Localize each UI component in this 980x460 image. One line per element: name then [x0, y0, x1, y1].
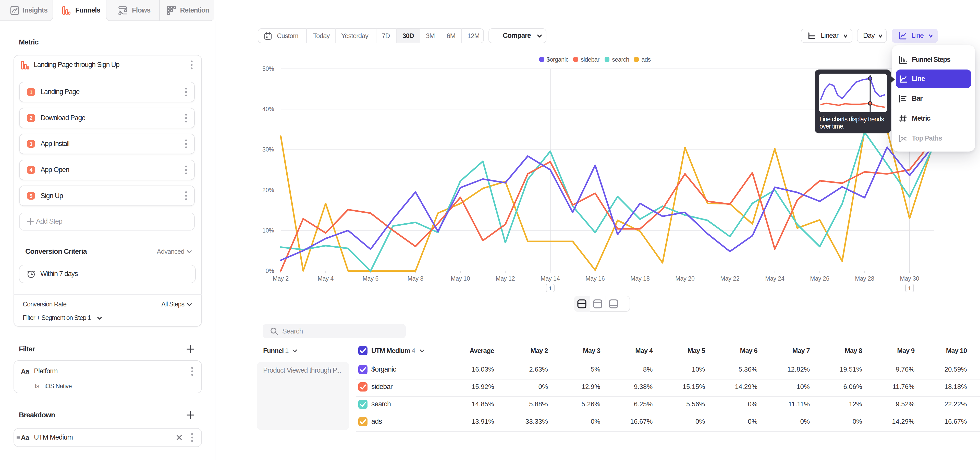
svg-text:May 16: May 16 — [585, 275, 605, 282]
svg-text:May 28: May 28 — [855, 275, 874, 282]
svg-text:10%: 10% — [262, 227, 274, 234]
svg-text:May 30: May 30 — [900, 275, 919, 282]
svg-text:May 22: May 22 — [720, 275, 739, 282]
svg-text:50%: 50% — [262, 65, 274, 72]
svg-text:May 4: May 4 — [318, 275, 334, 282]
svg-text:May 26: May 26 — [810, 275, 829, 282]
svg-text:May 6: May 6 — [363, 275, 379, 282]
svg-text:May 10: May 10 — [451, 275, 470, 282]
svg-text:May 14: May 14 — [541, 275, 560, 282]
svg-text:May 20: May 20 — [675, 275, 694, 282]
svg-text:40%: 40% — [262, 106, 274, 112]
svg-text:May 18: May 18 — [630, 275, 649, 282]
svg-text:May 24: May 24 — [765, 275, 784, 282]
svg-text:May 8: May 8 — [407, 275, 424, 282]
svg-text:30%: 30% — [262, 146, 274, 153]
svg-text:20%: 20% — [262, 187, 274, 193]
svg-text:May 2: May 2 — [273, 275, 289, 282]
svg-text:May 12: May 12 — [496, 275, 515, 282]
svg-text:0%: 0% — [266, 268, 274, 274]
